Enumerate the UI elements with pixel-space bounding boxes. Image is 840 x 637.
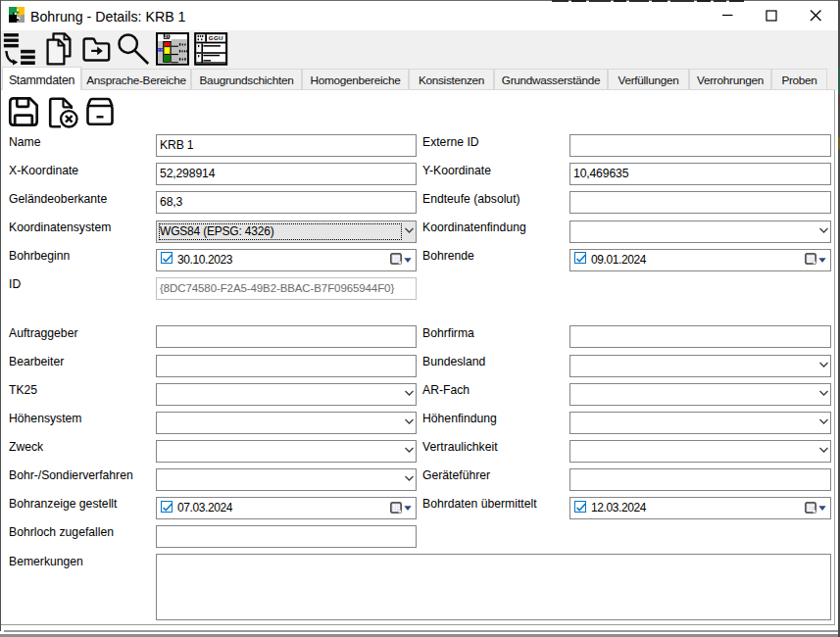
- svg-text:GGU: GGU: [209, 34, 223, 41]
